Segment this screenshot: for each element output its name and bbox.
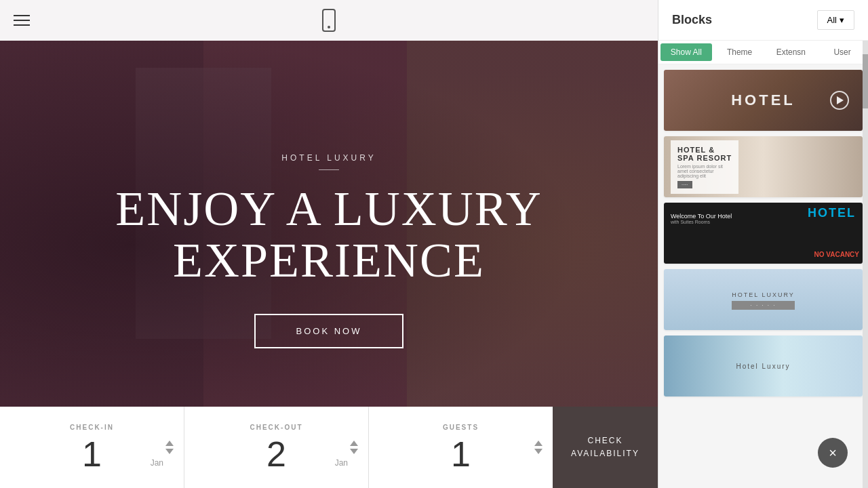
all-dropdown[interactable]: All ▾ [817, 10, 854, 30]
blocks-list: HOTEL & SPA RESORT Lorem ipsum dolor sit… [658, 64, 868, 488]
block-4-btn: · · · · · [732, 301, 795, 310]
main-area: HOTEL LUXURY ENJOY A LUXURY EXPERIENCE B… [0, 0, 658, 488]
filter-tabs: Show All Theme Extensn User [658, 41, 868, 64]
block-thumb-3: Welcome To Our Hotel with Suites Rooms H… [664, 203, 863, 264]
block-5-text: Hotel Luxury [736, 363, 790, 370]
scrollbar-track[interactable] [863, 41, 868, 488]
block-card-3[interactable]: Welcome To Our Hotel with Suites Rooms H… [664, 203, 863, 264]
check-avail-line1: CHECK [587, 434, 623, 447]
book-now-button[interactable]: BOOK NOW [254, 314, 404, 348]
guests-field: GUESTS 1 [369, 407, 553, 488]
checkin-month: Jan [151, 458, 163, 468]
chevron-down-icon: ▾ [840, 15, 844, 25]
panel-header: Blocks All ▾ [658, 0, 868, 41]
block-4-text: HOTEL LUXURY · · · · · [732, 290, 795, 310]
block-3-sign: HOTEL [808, 206, 856, 220]
close-button[interactable]: × [818, 438, 848, 468]
block-card-4[interactable]: HOTEL LUXURY · · · · · [664, 269, 863, 330]
checkin-arrows [165, 441, 174, 454]
top-bar [0, 0, 658, 41]
hero-section: HOTEL LUXURY ENJOY A LUXURY EXPERIENCE B… [0, 0, 658, 488]
checkout-day: 2 [267, 436, 286, 472]
right-panel: Blocks All ▾ Show All Theme Extensn User [658, 0, 868, 488]
block-thumb-2: HOTEL & SPA RESORT Lorem ipsum dolor sit… [664, 136, 863, 197]
hero-divider [319, 169, 339, 170]
panel-title: Blocks [672, 13, 712, 27]
tab-show-all[interactable]: Show All [660, 43, 712, 61]
checkout-up-arrow[interactable] [350, 441, 358, 446]
play-icon [830, 91, 849, 110]
booking-form: CHECK-IN 1 Jan CHECK-OUT 2 Jan [0, 407, 553, 488]
block-2-inner: HOTEL & SPA RESORT Lorem ipsum dolor sit… [671, 140, 738, 194]
hamburger-menu[interactable] [14, 15, 30, 26]
block-thumb-5: Hotel Luxury [664, 336, 863, 396]
block-3-welcome: Welcome To Our Hotel with Suites Rooms [671, 213, 732, 224]
tab-user[interactable]: User [816, 41, 868, 64]
checkout-month: Jan [335, 458, 348, 468]
guests-count: 1 [451, 436, 471, 472]
hero-content: HOTEL LUXURY ENJOY A LUXURY EXPERIENCE B… [115, 153, 542, 348]
checkout-down-arrow[interactable] [350, 449, 358, 454]
checkin-day: 1 [82, 436, 102, 472]
hero-subtitle: HOTEL LUXURY [115, 153, 542, 163]
block-thumb-4: HOTEL LUXURY · · · · · [664, 269, 863, 330]
guests-arrows [534, 441, 542, 454]
scrollbar-thumb[interactable] [863, 54, 868, 108]
block-thumb-1 [664, 70, 863, 131]
block-card-5[interactable]: Hotel Luxury [664, 336, 863, 396]
tab-theme[interactable]: Theme [714, 41, 766, 64]
all-dropdown-label: All [827, 15, 837, 25]
checkin-label: CHECK-IN [70, 424, 114, 431]
tab-extensn[interactable]: Extensn [766, 41, 817, 64]
guests-down-arrow[interactable] [534, 449, 542, 454]
checkin-up-arrow[interactable] [165, 441, 174, 446]
block-card-2[interactable]: HOTEL & SPA RESORT Lorem ipsum dolor sit… [664, 136, 863, 197]
check-availability-button[interactable]: CHECK AVAILABILITY [553, 407, 658, 488]
checkin-down-arrow[interactable] [165, 449, 174, 454]
right-panel-wrapper: Blocks All ▾ Show All Theme Extensn User [658, 0, 868, 488]
checkout-arrows [350, 441, 358, 454]
checkin-field: CHECK-IN 1 Jan [0, 407, 184, 488]
block-3-novac: NO VACANCY [814, 251, 859, 258]
checkout-field: CHECK-OUT 2 Jan [184, 407, 369, 488]
guests-label: GUESTS [443, 424, 479, 431]
mobile-preview-icon[interactable] [322, 9, 336, 32]
checkout-label: CHECK-OUT [250, 424, 303, 431]
block-card-1[interactable] [664, 70, 863, 131]
guests-up-arrow[interactable] [534, 441, 542, 446]
hero-title: ENJOY A LUXURY EXPERIENCE [115, 184, 542, 286]
booking-bar: CHECK-IN 1 Jan CHECK-OUT 2 Jan [0, 407, 658, 488]
check-avail-line2: AVAILABILITY [571, 447, 639, 460]
play-triangle-icon [837, 96, 844, 104]
